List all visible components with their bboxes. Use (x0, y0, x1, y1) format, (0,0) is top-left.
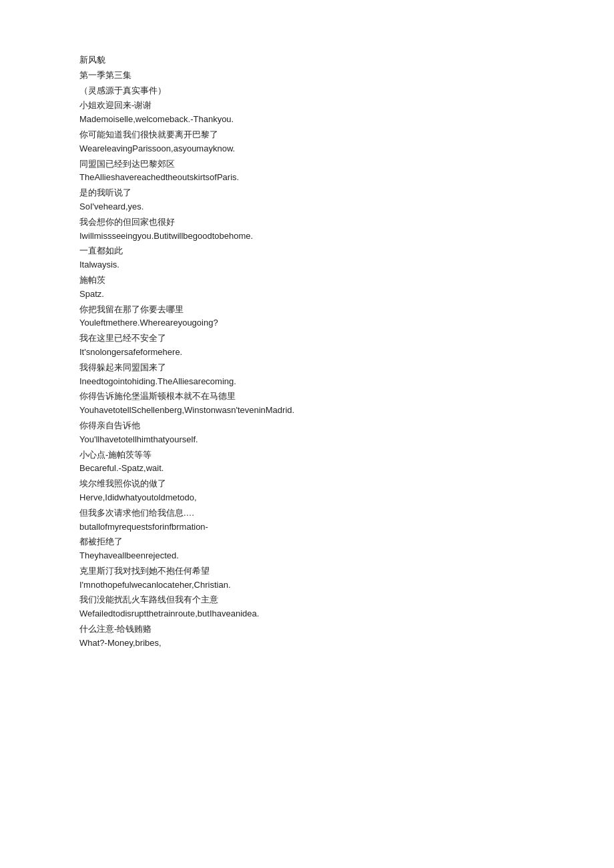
english-text: Iwillmissseeingyou.Butitwillbegoodtobeho… (79, 230, 535, 244)
english-text: SoI'veheard,yes. (79, 200, 535, 214)
subtitle-line-5: 同盟国已经到达巴黎郊区TheAllieshavereachedtheoutski… (79, 157, 535, 185)
subtitle-line-16: 埃尔维我照你说的做了Herve,Ididwhatyoutoldmetodo, (79, 477, 535, 505)
subtitle-line-17: 但我多次请求他们给我信息.…butallofmyrequestsforinfbr… (79, 506, 535, 534)
chinese-text: 你把我留在那了你要去哪里 (79, 303, 535, 317)
subtitle-line-2: （灵感源于真实事件） (79, 84, 535, 98)
subtitle-line-0: 新风貌 (79, 53, 535, 67)
english-text: Herve,Ididwhatyoutoldmetodo, (79, 491, 535, 505)
chinese-text: 克里斯汀我对找到她不抱任何希望 (79, 564, 535, 578)
subtitle-line-12: 我得躲起来同盟国来了Ineedtogointohiding.TheAlliesa… (79, 361, 535, 389)
english-text: Spatz. (79, 288, 535, 302)
chinese-text: 小心点-施帕茨等等 (79, 448, 535, 462)
english-text: butallofmyrequestsforinfbrmation- (79, 520, 535, 534)
subtitle-line-18: 都被拒绝了Theyhaveallbeenrejected. (79, 535, 535, 563)
chinese-text: 你得亲自告诉他 (79, 419, 535, 433)
english-text: Ineedtogointohiding.TheAlliesarecoming. (79, 375, 535, 389)
english-text: What?-Money,bribes, (79, 636, 535, 650)
subtitle-line-10: 你把我留在那了你要去哪里Youleftmethere.Whereareyougo… (79, 303, 535, 331)
english-text: Youleftmethere.Whereareyougoing? (79, 316, 535, 330)
chinese-text: 第一季第三集 (79, 69, 535, 83)
english-text: Theyhaveallbeenrejected. (79, 549, 535, 563)
subtitle-line-6: 是的我听说了SoI'veheard,yes. (79, 186, 535, 214)
subtitle-line-7: 我会想你的但回家也很好Iwillmissseeingyou.Butitwillb… (79, 215, 535, 244)
english-text: Becareful.-Spatz,wait. (79, 462, 535, 476)
chinese-text: 小姐欢迎回来-谢谢 (79, 99, 535, 113)
subtitle-line-20: 我们没能扰乱火车路线但我有个主意Wefailedtodisruptthetrai… (79, 593, 535, 621)
english-text: Mademoiselle,welcomeback.-Thankyou. (79, 113, 535, 127)
chinese-text: 你得告诉施伦堡温斯顿根本就不在马德里 (79, 390, 535, 404)
english-text: You'llhavetotellhimthatyourself. (79, 433, 535, 447)
chinese-text: 一直都如此 (79, 244, 535, 258)
chinese-text: 埃尔维我照你说的做了 (79, 477, 535, 491)
chinese-text: 施帕茨 (79, 274, 535, 288)
english-text: Wefailedtodisruptthetrainroute,butIhavea… (79, 607, 535, 621)
subtitle-content: 新风貌第一季第三集（灵感源于真实事件）小姐欢迎回来-谢谢Mademoiselle… (79, 53, 535, 650)
english-text: I'mnothopefulwecanlocateher,Christian. (79, 578, 535, 592)
subtitle-line-19: 克里斯汀我对找到她不抱任何希望I'mnothopefulwecanlocateh… (79, 564, 535, 592)
english-text: WeareleavingParissoon,asyoumayknow. (79, 142, 535, 156)
english-text: Italwaysis. (79, 258, 535, 272)
subtitle-line-3: 小姐欢迎回来-谢谢Mademoiselle,welcomeback.-Thank… (79, 99, 535, 127)
subtitle-line-21: 什么注意-给钱贿赂What?-Money,bribes, (79, 622, 535, 650)
subtitle-line-15: 小心点-施帕茨等等Becareful.-Spatz,wait. (79, 448, 535, 476)
chinese-text: 我们没能扰乱火车路线但我有个主意 (79, 593, 535, 607)
subtitle-line-14: 你得亲自告诉他You'llhavetotellhimthatyourself. (79, 419, 535, 447)
chinese-text: 但我多次请求他们给我信息.… (79, 506, 535, 520)
chinese-text: 都被拒绝了 (79, 535, 535, 549)
subtitle-line-8: 一直都如此Italwaysis. (79, 244, 535, 272)
chinese-text: 你可能知道我们很快就要离开巴黎了 (79, 128, 535, 142)
english-text: YouhavetotellSchellenberg,Winstonwasn'te… (79, 404, 535, 418)
chinese-text: 新风貌 (79, 53, 535, 67)
chinese-text: 同盟国已经到达巴黎郊区 (79, 157, 535, 171)
chinese-text: 我在这里已经不安全了 (79, 332, 535, 346)
chinese-text: 什么注意-给钱贿赂 (79, 622, 535, 636)
english-text: TheAllieshavereachedtheoutskirtsofParis. (79, 171, 535, 185)
subtitle-line-13: 你得告诉施伦堡温斯顿根本就不在马德里YouhavetotellSchellenb… (79, 390, 535, 418)
subtitle-line-4: 你可能知道我们很快就要离开巴黎了WeareleavingParissoon,as… (79, 128, 535, 156)
subtitle-line-11: 我在这里已经不安全了It'snolongersafeformehere. (79, 332, 535, 360)
subtitle-line-1: 第一季第三集 (79, 69, 535, 83)
chinese-text: 我会想你的但回家也很好 (79, 215, 535, 230)
english-text: It'snolongersafeformehere. (79, 346, 535, 360)
chinese-text: （灵感源于真实事件） (79, 84, 535, 98)
subtitle-line-9: 施帕茨Spatz. (79, 274, 535, 302)
chinese-text: 是的我听说了 (79, 186, 535, 200)
chinese-text: 我得躲起来同盟国来了 (79, 361, 535, 375)
